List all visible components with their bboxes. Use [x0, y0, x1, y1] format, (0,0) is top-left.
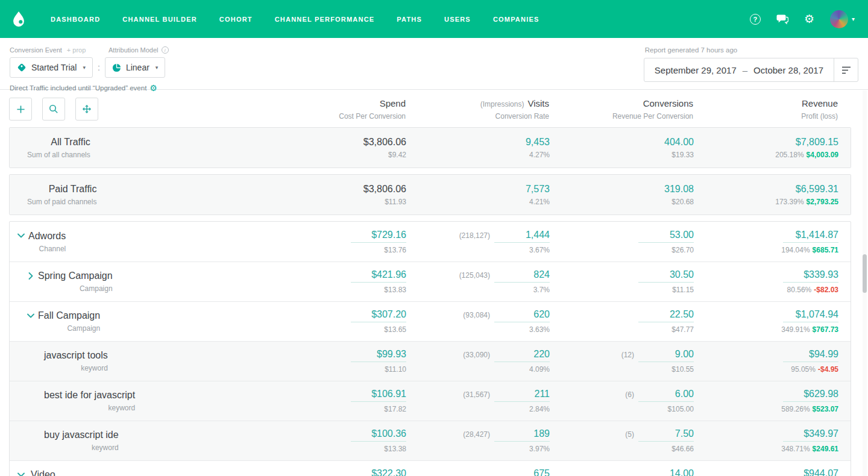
visits-value[interactable]: 675	[494, 468, 550, 476]
row-title: Paid Traffic	[27, 184, 96, 195]
conversions-value[interactable]: 404.00	[664, 137, 694, 147]
conversion-rate-value: 4.09%	[406, 365, 550, 374]
conversions-value[interactable]: 53.00	[638, 230, 694, 243]
pie-chart-icon	[112, 63, 121, 72]
help-icon[interactable]: ?	[750, 14, 761, 25]
spend-value[interactable]: $322.30	[351, 468, 406, 476]
revenue-value[interactable]: $6,599.31	[796, 184, 838, 194]
app-logo-icon[interactable]	[10, 10, 28, 28]
attribution-model-value: Linear	[126, 63, 149, 72]
conversions-value[interactable]: 7.50	[638, 428, 694, 442]
nav-item-users[interactable]: USERS	[444, 16, 471, 23]
revenue-per-conversion-value: $10.55	[550, 365, 694, 374]
conversions-value[interactable]: 30.50	[638, 269, 694, 283]
spend-value[interactable]: $307.20	[351, 309, 406, 322]
visits-value[interactable]: 9,453	[526, 137, 550, 147]
impressions-value: (218,127)	[459, 231, 490, 240]
spend-cell: $421.96 $13.83	[256, 269, 406, 294]
row-expand-chevron[interactable]	[17, 472, 25, 476]
spend-value[interactable]: $106.91	[351, 389, 406, 402]
spend-cell: $106.91 $17.82	[256, 389, 406, 413]
table-row-fall-campaign: Fall Campaign Campaign $307.20 $13.65 (9…	[10, 301, 851, 341]
revenue-value[interactable]: $1,414.87	[783, 230, 838, 243]
note-gear-icon[interactable]: ⚙	[149, 83, 157, 93]
table-row-best-ide-for-javascript: best ide for javascript keyword $106.91 …	[10, 381, 851, 421]
conversions-value[interactable]: 319.08	[664, 184, 694, 194]
info-icon[interactable]: i	[162, 46, 169, 54]
revenue-value[interactable]: $629.98	[783, 389, 838, 402]
row-subtitle: Campaign	[38, 284, 113, 293]
visits-value[interactable]: 220	[494, 349, 550, 362]
conversions-cell: (6)6.00 $105.00	[550, 389, 694, 413]
visits-value[interactable]: 620	[494, 309, 550, 322]
row-subtitle: Sum of paid channels	[27, 198, 96, 206]
visits-value[interactable]: 211	[494, 389, 550, 402]
revenue-value[interactable]: $944.07	[783, 468, 838, 476]
conversions-value[interactable]: 22.50	[638, 309, 694, 322]
nav-item-channel-performance[interactable]: CHANNEL PERFORMANCE	[275, 16, 375, 23]
cost-per-conversion-value: $13.38	[256, 445, 406, 453]
avatar[interactable]	[830, 10, 848, 28]
revenue-value[interactable]: $1,074.94	[783, 309, 838, 322]
nav-menu: DASHBOARDCHANNEL BUILDERCOHORTCHANNEL PE…	[51, 16, 539, 23]
spend-cell: $99.93 $11.10	[256, 349, 406, 374]
user-menu[interactable]: ▾	[830, 10, 855, 28]
spend-cell: $307.20 $13.65	[256, 309, 406, 334]
row-expand-chevron[interactable]	[27, 274, 34, 278]
conversions-value[interactable]: 6.00	[638, 389, 694, 402]
spend-value[interactable]: $99.93	[351, 349, 406, 362]
revenue-value[interactable]: $7,809.15	[796, 137, 838, 147]
nav-item-dashboard[interactable]: DASHBOARD	[51, 16, 100, 23]
revenue-value[interactable]: $339.93	[783, 269, 838, 283]
reorder-button[interactable]	[75, 98, 98, 121]
help-glyph: ?	[753, 16, 758, 23]
nav-item-companies[interactable]: COMPANIES	[493, 16, 539, 23]
spend-value[interactable]: $100.36	[351, 428, 406, 442]
attribution-model-dropdown[interactable]: Linear ▾	[105, 57, 165, 78]
spend-value: $3,806.06	[363, 184, 406, 194]
conversion-event-dropdown[interactable]: Started Trial ▾	[10, 57, 93, 78]
visits-value[interactable]: 824	[494, 269, 550, 283]
revenue-cell: $94.99 95.05%-$4.95	[694, 349, 838, 374]
cost-per-conversion-value: $13.76	[256, 246, 406, 254]
table-row-javascript-tools: javascript tools keyword $99.93 $11.10 (…	[10, 341, 851, 381]
revenue-per-conversion-value: $11.15	[550, 286, 694, 294]
visits-value[interactable]: 1,444	[494, 230, 550, 243]
revenue-per-conversion-value: $105.00	[550, 405, 694, 413]
scrollbar-thumb[interactable]	[863, 254, 867, 293]
row-expand-chevron[interactable]	[17, 233, 25, 238]
add-channel-button[interactable]	[9, 98, 32, 121]
report-options-button[interactable]	[834, 58, 858, 81]
chat-icon[interactable]	[776, 14, 788, 25]
row-title: Video	[28, 469, 55, 476]
conversions-cell: 404.00 $19.33	[550, 137, 694, 159]
revenue-per-conversion-value: $26.70	[550, 246, 694, 254]
row-subtitle: Campaign	[38, 324, 100, 333]
conversions-value[interactable]: 9.00	[638, 349, 694, 362]
visits-cell: 7,573 4.21%	[406, 184, 550, 206]
nav-item-cohort[interactable]: COHORT	[219, 16, 253, 23]
add-prop-link[interactable]: + prop	[67, 46, 86, 54]
visits-cell: 9,453 4.27%	[406, 137, 550, 159]
row-expand-chevron[interactable]	[27, 313, 34, 318]
column-header-conversions: Conversions Revenue Per Conversion	[549, 98, 693, 121]
revenue-value[interactable]: $349.97	[783, 428, 838, 442]
visits-value[interactable]: 7,573	[526, 184, 550, 194]
revenue-per-conversion-value: $47.77	[550, 325, 694, 334]
conversions-cell: 53.00 $26.70	[550, 230, 694, 254]
revenue-cell: $944.07	[694, 468, 838, 476]
table-row-buy-javascript-ide: buy javascript ide keyword $100.36 $13.3…	[10, 421, 851, 460]
nav-item-channel-builder[interactable]: CHANNEL BUILDER	[122, 16, 197, 23]
revenue-value[interactable]: $94.99	[783, 349, 838, 362]
settings-gear-icon[interactable]: ⚙	[804, 13, 814, 25]
spend-value[interactable]: $729.16	[351, 230, 406, 243]
revenue-cell: $1,414.87 194.04%$685.71	[694, 230, 838, 254]
search-button[interactable]	[42, 98, 65, 121]
cost-per-conversion-value: $13.65	[256, 325, 406, 334]
conversions-value[interactable]: 14.00	[638, 468, 694, 476]
date-range-picker[interactable]: September 29, 2017 – October 28, 2017	[644, 58, 834, 81]
visits-value[interactable]: 189	[494, 428, 550, 442]
profit-value: -$82.03	[814, 286, 838, 294]
nav-item-paths[interactable]: PATHS	[397, 16, 422, 23]
spend-value[interactable]: $421.96	[351, 269, 406, 283]
